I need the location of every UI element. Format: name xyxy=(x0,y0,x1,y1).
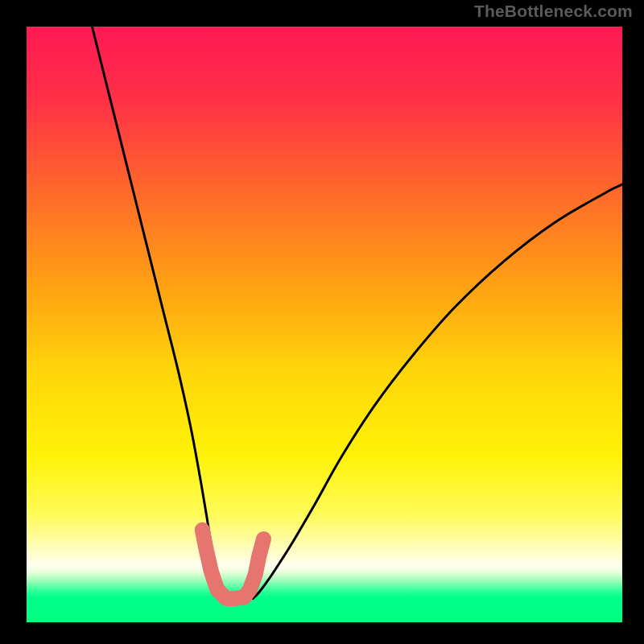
right-curve xyxy=(253,184,622,598)
left-curve xyxy=(92,27,225,598)
chart-curves xyxy=(27,27,622,622)
bottom-overlay-blob xyxy=(195,522,271,606)
outer-frame: TheBottleneck.com xyxy=(0,0,644,644)
attribution-text: TheBottleneck.com xyxy=(474,2,633,21)
plot-area xyxy=(27,27,622,622)
